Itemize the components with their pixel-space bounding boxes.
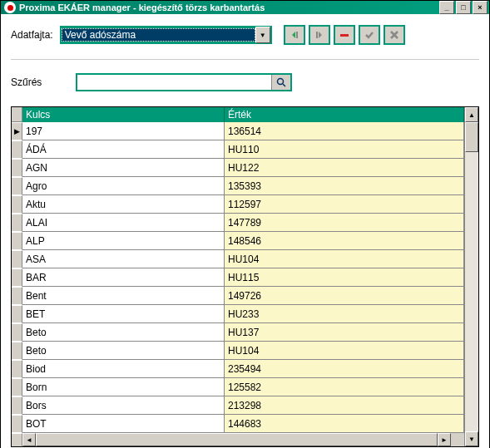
cell-key[interactable]: Agro bbox=[22, 177, 225, 195]
row-marker bbox=[12, 140, 22, 159]
cell-value[interactable]: HU122 bbox=[225, 159, 464, 177]
toolbar bbox=[284, 25, 405, 45]
cell-value[interactable]: 213298 bbox=[225, 396, 464, 415]
delete-button[interactable] bbox=[334, 25, 355, 45]
search-button[interactable] bbox=[271, 75, 290, 90]
row-marker bbox=[12, 342, 22, 360]
v-scrollbar[interactable]: ▲ ▼ bbox=[464, 107, 478, 446]
v-scroll-thumb[interactable] bbox=[465, 122, 478, 152]
table-row[interactable]: BOT144683 bbox=[12, 415, 464, 433]
datatype-value: Vevő adószáma bbox=[62, 28, 255, 42]
table-row[interactable]: Bors213298 bbox=[12, 396, 464, 415]
row-marker bbox=[12, 360, 22, 378]
cell-value[interactable]: 147789 bbox=[225, 214, 464, 232]
scroll-down-button[interactable]: ▼ bbox=[465, 431, 478, 446]
nav-first-button[interactable] bbox=[284, 25, 305, 45]
cell-value[interactable]: 125582 bbox=[225, 378, 464, 396]
app-icon bbox=[4, 2, 16, 13]
row-marker bbox=[12, 396, 22, 415]
table-row[interactable]: ALP148546 bbox=[12, 232, 464, 250]
row-marker bbox=[12, 323, 22, 342]
cell-value[interactable]: 149726 bbox=[225, 287, 464, 305]
table-row[interactable]: Bent149726 bbox=[12, 287, 464, 305]
grid: Kulcs Érték ▶197136514ÁDÁHU110AGNHU122Ag… bbox=[11, 106, 479, 447]
svg-rect-2 bbox=[340, 34, 349, 37]
filter-row: Szűrés bbox=[11, 71, 479, 93]
cell-key[interactable]: BET bbox=[22, 305, 225, 323]
h-scroll-thumb[interactable] bbox=[36, 433, 438, 446]
table-row[interactable]: Aktu112597 bbox=[12, 195, 464, 214]
cell-key[interactable]: Bent bbox=[22, 287, 225, 305]
scroll-corner bbox=[451, 433, 464, 446]
scroll-right-button[interactable]: ► bbox=[438, 433, 451, 446]
cell-value[interactable]: HU110 bbox=[225, 140, 464, 159]
confirm-button[interactable] bbox=[359, 25, 380, 45]
cell-key[interactable]: BAR bbox=[22, 268, 225, 287]
divider bbox=[11, 59, 479, 60]
cell-key[interactable]: ALP bbox=[22, 232, 225, 250]
cell-key[interactable]: AGN bbox=[22, 159, 225, 177]
v-scroll-track[interactable] bbox=[465, 122, 478, 431]
app-window: Proxima EKÁER manager - kiegészítő törzs… bbox=[0, 0, 490, 448]
cancel-button[interactable] bbox=[384, 25, 405, 45]
search-wrap bbox=[76, 73, 292, 91]
cell-key[interactable]: Beto bbox=[22, 323, 225, 342]
table-row[interactable]: Agro135393 bbox=[12, 177, 464, 195]
datatype-label: Adatfajta: bbox=[11, 29, 53, 41]
cell-value[interactable]: HU104 bbox=[225, 342, 464, 360]
cell-key[interactable]: 197 bbox=[22, 122, 225, 140]
table-row[interactable]: BetoHU104 bbox=[12, 342, 464, 360]
cell-key[interactable]: ALAI bbox=[22, 214, 225, 232]
cell-value[interactable]: 135393 bbox=[225, 177, 464, 195]
table-row[interactable]: ASAHU104 bbox=[12, 250, 464, 268]
row-marker bbox=[12, 159, 22, 177]
close-button[interactable]: × bbox=[473, 1, 488, 14]
chevron-down-icon[interactable]: ▼ bbox=[255, 27, 270, 43]
window-title: Proxima EKÁER manager - kiegészítő törzs… bbox=[19, 2, 439, 12]
cell-key[interactable]: Beto bbox=[22, 342, 225, 360]
table-row[interactable]: ALAI147789 bbox=[12, 214, 464, 232]
table-row[interactable]: BARHU115 bbox=[12, 268, 464, 287]
row-marker bbox=[12, 250, 22, 268]
cell-value[interactable]: 235494 bbox=[225, 360, 464, 378]
table-row[interactable]: ▶197136514 bbox=[12, 122, 464, 140]
h-scrollbar[interactable]: ◄ ► bbox=[12, 433, 464, 446]
cell-key[interactable]: Bors bbox=[22, 396, 225, 415]
titlebar[interactable]: Proxima EKÁER manager - kiegészítő törzs… bbox=[1, 1, 489, 14]
scroll-left-button[interactable]: ◄ bbox=[22, 433, 36, 446]
nav-last-button[interactable] bbox=[309, 25, 330, 45]
cell-value[interactable]: HU233 bbox=[225, 305, 464, 323]
grid-header: Kulcs Érték bbox=[12, 107, 464, 122]
cell-value[interactable]: 112597 bbox=[225, 195, 464, 214]
svg-rect-1 bbox=[316, 32, 318, 38]
cell-key[interactable]: Biod bbox=[22, 360, 225, 378]
table-row[interactable]: Biod235494 bbox=[12, 360, 464, 378]
table-row[interactable]: BetoHU137 bbox=[12, 323, 464, 342]
datatype-row: Adatfajta: Vevő adószáma ▼ bbox=[11, 22, 479, 47]
cell-value[interactable]: HU115 bbox=[225, 268, 464, 287]
minimize-button[interactable]: _ bbox=[439, 1, 454, 14]
cell-value[interactable]: 136514 bbox=[225, 122, 464, 140]
cell-key[interactable]: Born bbox=[22, 378, 225, 396]
search-input[interactable] bbox=[77, 75, 271, 90]
column-header-key[interactable]: Kulcs bbox=[22, 107, 225, 122]
cell-value[interactable]: 144683 bbox=[225, 415, 464, 433]
cell-key[interactable]: BOT bbox=[22, 415, 225, 433]
cell-key[interactable]: ÁDÁ bbox=[22, 140, 225, 159]
row-marker bbox=[12, 177, 22, 195]
row-marker-header bbox=[12, 107, 22, 122]
cell-value[interactable]: HU104 bbox=[225, 250, 464, 268]
cell-value[interactable]: HU137 bbox=[225, 323, 464, 342]
table-row[interactable]: Born125582 bbox=[12, 378, 464, 396]
table-row[interactable]: ÁDÁHU110 bbox=[12, 140, 464, 159]
table-row[interactable]: BETHU233 bbox=[12, 305, 464, 323]
cell-key[interactable]: ASA bbox=[22, 250, 225, 268]
column-header-value[interactable]: Érték bbox=[225, 107, 464, 122]
datatype-dropdown[interactable]: Vevő adószáma ▼ bbox=[60, 26, 272, 44]
maximize-button[interactable]: □ bbox=[456, 1, 471, 14]
cell-key[interactable]: Aktu bbox=[22, 195, 225, 214]
scroll-up-button[interactable]: ▲ bbox=[465, 107, 478, 122]
table-row[interactable]: AGNHU122 bbox=[12, 159, 464, 177]
svg-line-4 bbox=[283, 84, 285, 86]
cell-value[interactable]: 148546 bbox=[225, 232, 464, 250]
